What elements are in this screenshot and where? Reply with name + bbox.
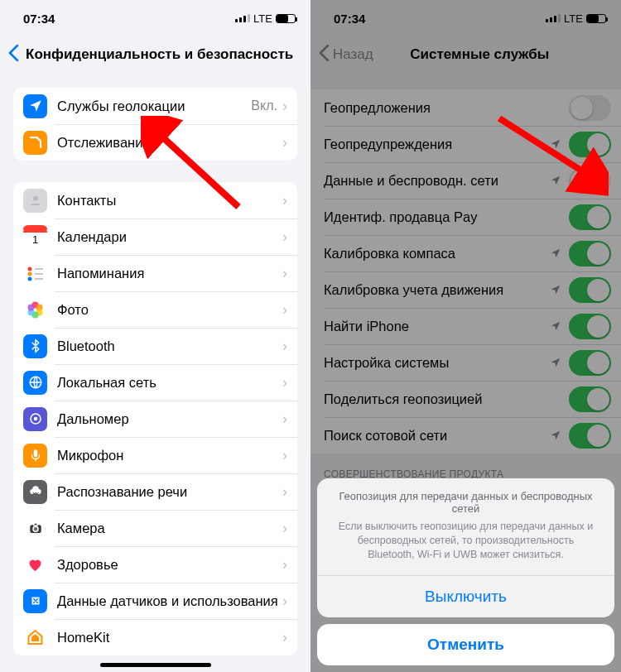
nav-header: Конфиденциальность и безопасность <box>0 36 310 73</box>
chevron-right-icon: › <box>282 265 287 282</box>
row-label: Отслеживание <box>57 135 282 151</box>
svg-point-6 <box>28 266 32 271</box>
svg-point-7 <box>28 271 32 276</box>
tracking-icon <box>23 131 47 155</box>
svg-rect-22 <box>33 449 37 457</box>
row-label: Данные датчиков и использования <box>57 593 282 609</box>
svg-rect-3 <box>23 231 47 233</box>
chevron-right-icon: › <box>282 134 287 151</box>
row-calendar[interactable]: 1 Календари › <box>13 218 297 255</box>
svg-point-21 <box>33 417 37 421</box>
svg-rect-25 <box>33 523 37 526</box>
svg-point-18 <box>28 304 35 310</box>
action-sheet: Геопозиция для передачи данных и беспров… <box>317 478 614 665</box>
chevron-right-icon: › <box>282 593 287 610</box>
page-title: Конфиденциальность и безопасность <box>22 46 302 63</box>
sheet-cancel-button[interactable]: Отменить <box>317 624 614 665</box>
chevron-right-icon: › <box>282 338 287 355</box>
row-label: HomeKit <box>57 630 282 646</box>
status-right: LTE <box>235 12 296 25</box>
row-label: Локальная сеть <box>57 375 282 391</box>
chevron-right-icon: › <box>282 556 287 574</box>
row-photos[interactable]: Фото › <box>13 291 297 328</box>
chevron-right-icon: › <box>282 301 287 319</box>
photos-icon <box>23 298 47 322</box>
row-rangefind[interactable]: Дальномер › <box>13 401 297 437</box>
row-localnet[interactable]: Локальная сеть › <box>13 364 297 401</box>
row-label: Bluetooth <box>57 338 282 354</box>
speech-icon <box>23 480 47 504</box>
chevron-right-icon: › <box>282 447 287 464</box>
chevron-right-icon: › <box>282 520 287 537</box>
reminders-icon <box>23 262 47 286</box>
row-mic[interactable]: Микрофон › <box>13 437 297 473</box>
row-label: Дальномер <box>57 411 282 427</box>
group-apps: Контакты › 1 Календари › Напоминания › Ф… <box>13 182 297 655</box>
chevron-right-icon: › <box>282 483 287 501</box>
phone-left: 07:34 LTE Конфиденциальность и безопасно… <box>0 0 310 672</box>
sheet-desc: Если выключить геопозицию для передачи д… <box>334 520 598 562</box>
row-label: Календари <box>57 229 282 245</box>
row-label: Контакты <box>57 193 282 209</box>
camera-icon <box>23 516 47 540</box>
contacts-icon <box>23 189 47 213</box>
chevron-right-icon: › <box>282 228 287 246</box>
status-time: 07:34 <box>23 12 55 26</box>
rangefind-icon <box>23 407 47 431</box>
row-camera[interactable]: Камера › <box>13 510 297 546</box>
chevron-right-icon: › <box>282 629 287 646</box>
svg-point-24 <box>33 526 38 531</box>
sheet-title: Геопозиция для передачи данных и беспров… <box>334 490 598 515</box>
sheet-card: Геопозиция для передачи данных и беспров… <box>317 478 614 617</box>
sheet-action-button[interactable]: Выключить <box>317 575 614 617</box>
battery-icon <box>276 14 296 23</box>
row-sensors[interactable]: Данные датчиков и использования › <box>13 583 297 619</box>
status-bar: 07:34 LTE <box>0 0 310 36</box>
health-icon <box>23 553 47 577</box>
chevron-right-icon: › <box>282 192 287 209</box>
group-location: Службы геолокации Вкл. › Отслеживание › <box>13 88 297 161</box>
row-value: Вкл. <box>251 98 277 113</box>
sensors-icon <box>23 589 47 613</box>
signal-icon <box>235 14 250 22</box>
chevron-right-icon: › <box>282 374 287 391</box>
homekit-icon <box>23 626 47 650</box>
row-health[interactable]: Здоровье › <box>13 546 297 583</box>
bluetooth-icon <box>23 334 47 358</box>
row-label: Микрофон <box>57 448 282 463</box>
row-homekit[interactable]: HomeKit › <box>13 619 297 655</box>
svg-point-0 <box>33 196 38 201</box>
chevron-right-icon: › <box>282 98 287 115</box>
row-label: Напоминания <box>57 266 282 281</box>
svg-text:1: 1 <box>32 233 38 246</box>
localnet-icon <box>23 371 47 395</box>
chevron-right-icon: › <box>282 410 287 428</box>
row-label: Службы геолокации <box>57 98 251 114</box>
row-tracking[interactable]: Отслеживание › <box>13 124 297 161</box>
sheet-message: Геопозиция для передачи данных и беспров… <box>317 478 614 575</box>
home-indicator <box>100 663 211 667</box>
phone-right: 07:34 LTE Назад Системные службы Геопред… <box>310 0 621 672</box>
location-icon <box>23 94 47 118</box>
row-reminders[interactable]: Напоминания › <box>13 255 297 291</box>
status-net: LTE <box>253 12 272 25</box>
back-chevron-icon[interactable] <box>8 43 19 66</box>
svg-rect-12 <box>23 298 47 322</box>
row-label: Распознавание речи <box>57 484 282 500</box>
mic-icon <box>23 444 47 468</box>
svg-point-8 <box>28 276 32 281</box>
row-label: Фото <box>57 302 282 318</box>
row-speech[interactable]: Распознавание речи › <box>13 473 297 510</box>
row-label: Здоровье <box>57 557 282 573</box>
row-location[interactable]: Службы геолокации Вкл. › <box>13 88 297 124</box>
row-bluetooth[interactable]: Bluetooth › <box>13 328 297 364</box>
row-contacts[interactable]: Контакты › <box>13 182 297 218</box>
row-label: Камера <box>57 521 282 536</box>
calendar-icon: 1 <box>23 225 47 249</box>
